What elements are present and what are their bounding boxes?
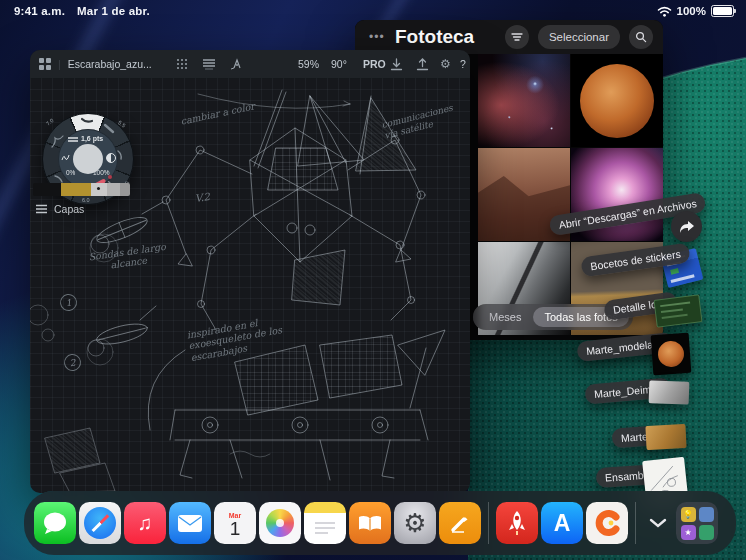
grid-icon bbox=[39, 58, 51, 70]
photos-header: ••• Fototeca Seleccionar bbox=[355, 20, 663, 54]
dock-app-safari[interactable] bbox=[79, 502, 121, 544]
stroke-width-value[interactable]: 1,6 pts bbox=[81, 135, 103, 142]
rotation-value[interactable]: 90° bbox=[331, 58, 347, 70]
thumb-marte[interactable] bbox=[645, 424, 686, 450]
document-title[interactable]: Escarabajo_azu... bbox=[68, 58, 152, 70]
status-date: Mar 1 de abr. bbox=[77, 5, 150, 17]
share-button[interactable] bbox=[671, 211, 702, 242]
dock-divider bbox=[488, 502, 489, 544]
mars-planet bbox=[580, 64, 654, 138]
zoom-level[interactable]: 59% bbox=[298, 58, 319, 70]
annotation-version: V.2 bbox=[194, 191, 211, 205]
color-palette-bar[interactable] bbox=[33, 183, 130, 196]
books-icon bbox=[357, 512, 383, 534]
help-button[interactable]: ? bbox=[460, 58, 466, 70]
dock-chevron-button[interactable] bbox=[643, 502, 673, 544]
export-button[interactable] bbox=[416, 58, 429, 71]
photos-title: Fototeca bbox=[395, 26, 474, 48]
battery-percent: 100% bbox=[677, 5, 706, 17]
photos-flower-icon bbox=[266, 509, 294, 537]
layers-panel-toggle[interactable]: Capas bbox=[35, 203, 84, 215]
dock-app-biblioteca-apps[interactable]: 💡 ★ bbox=[676, 502, 718, 544]
thumb-marte-modelado[interactable] bbox=[651, 333, 692, 376]
toolbar-divider: | bbox=[58, 58, 61, 70]
messages-icon bbox=[42, 511, 68, 535]
sticker-green-card[interactable] bbox=[653, 294, 702, 327]
dock-app-musica[interactable]: ♫ bbox=[124, 502, 166, 544]
app-library-icon: 💡 ★ bbox=[681, 507, 714, 540]
photo-marte-globo[interactable] bbox=[571, 54, 663, 147]
dock-app-mensajes[interactable] bbox=[34, 502, 76, 544]
status-bar: 9:41 a.m. Mar 1 de abr. 100% bbox=[0, 0, 746, 24]
rocket-icon bbox=[506, 510, 528, 536]
window-more-button[interactable]: ••• bbox=[369, 30, 385, 44]
import-icon bbox=[390, 58, 403, 71]
stroke-width-icon bbox=[68, 137, 78, 143]
smoothing-icon bbox=[61, 153, 70, 162]
filter-icon bbox=[511, 32, 523, 42]
music-icon: ♫ bbox=[138, 512, 153, 535]
pen-icon bbox=[448, 511, 472, 535]
notes-lines-icon bbox=[313, 521, 337, 535]
swatch-black[interactable] bbox=[33, 183, 61, 196]
search-icon bbox=[635, 31, 647, 43]
dock-app-ajustes[interactable]: ⚙ bbox=[394, 502, 436, 544]
dock: ♫ Mar 1 ⚙ bbox=[24, 491, 736, 555]
segment-meses[interactable]: Meses bbox=[477, 311, 533, 323]
selection-tool-button[interactable] bbox=[230, 58, 243, 70]
dock-app-concepts[interactable] bbox=[586, 502, 628, 544]
layers-label: Capas bbox=[54, 203, 84, 215]
ipad-screen: ••• Fototeca Seleccionar bbox=[0, 0, 746, 560]
wheel-inner-disc[interactable]: 1,6 pts 0% 100% bbox=[58, 129, 118, 189]
dock-app-mail[interactable] bbox=[169, 502, 211, 544]
swatch-dark-gray[interactable] bbox=[120, 183, 130, 196]
wheel-center-button[interactable] bbox=[73, 144, 103, 174]
dots-grid-icon bbox=[176, 58, 188, 70]
safari-icon bbox=[84, 507, 116, 539]
dock-app-libros[interactable] bbox=[349, 502, 391, 544]
layers-icon bbox=[202, 58, 216, 70]
drawing-app-window: | Escarabajo_azu... 59% bbox=[30, 50, 470, 493]
drawing-toolbar: | Escarabajo_azu... 59% bbox=[30, 50, 470, 79]
pen-nib-icon bbox=[230, 58, 243, 70]
swatch-gold[interactable] bbox=[61, 183, 91, 196]
share-arrow-icon bbox=[679, 220, 695, 234]
precision-button[interactable] bbox=[176, 58, 188, 70]
thumb-marte-deimos[interactable] bbox=[649, 380, 690, 404]
dock-app-app-store[interactable]: A bbox=[541, 502, 583, 544]
pro-badge[interactable]: PRO bbox=[363, 58, 386, 70]
swatch-light-gray[interactable] bbox=[91, 183, 107, 196]
dock-app-fotos[interactable] bbox=[259, 502, 301, 544]
dock-app-cohete[interactable] bbox=[496, 502, 538, 544]
layers-list-icon bbox=[35, 204, 48, 214]
dock-app-boceto[interactable] bbox=[439, 502, 481, 544]
selected-swatch-dot bbox=[97, 187, 100, 190]
dock-divider bbox=[635, 502, 636, 544]
settings-button[interactable]: ⚙ bbox=[440, 57, 451, 71]
search-button[interactable] bbox=[629, 25, 653, 49]
chevron-down-icon bbox=[649, 518, 667, 528]
status-time: 9:41 a.m. bbox=[14, 5, 65, 17]
gallery-button[interactable] bbox=[39, 58, 51, 70]
dock-app-notas[interactable] bbox=[304, 502, 346, 544]
opacity-min[interactable]: 0% bbox=[66, 169, 75, 176]
settings-gear-icon: ⚙ bbox=[403, 510, 426, 536]
calendar-day: 1 bbox=[230, 519, 241, 538]
dock-app-calendario[interactable]: Mar 1 bbox=[214, 502, 256, 544]
share-export-icon bbox=[416, 58, 429, 71]
select-button[interactable]: Seleccionar bbox=[538, 25, 620, 49]
battery-icon bbox=[711, 5, 734, 17]
mail-icon bbox=[177, 514, 203, 533]
gear-icon: ⚙ bbox=[440, 57, 451, 71]
filter-button[interactable] bbox=[505, 25, 529, 49]
concepts-c-icon bbox=[592, 508, 622, 538]
swatch-gray[interactable] bbox=[107, 183, 120, 196]
photo-nebulosa-roja[interactable] bbox=[478, 54, 570, 147]
layers-button[interactable] bbox=[202, 58, 216, 70]
opacity-icon bbox=[106, 153, 116, 163]
app-store-icon: A bbox=[554, 510, 571, 537]
wifi-icon bbox=[657, 6, 672, 17]
import-button[interactable] bbox=[390, 58, 403, 71]
color-accent-dot bbox=[108, 175, 112, 179]
